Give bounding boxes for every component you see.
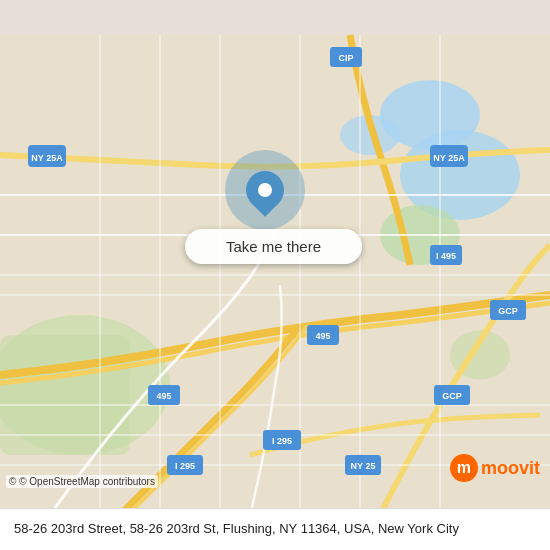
svg-text:GCP: GCP [442,391,462,401]
moovit-text: moovit [481,458,540,479]
moovit-logo: m moovit [450,454,540,482]
svg-text:NY 25: NY 25 [351,461,376,471]
take-me-there-button[interactable]: Take me there [185,229,362,264]
svg-rect-4 [0,335,130,455]
svg-text:GCP: GCP [498,306,518,316]
svg-text:CIP: CIP [338,53,353,63]
map-pin-halo [225,150,305,230]
attribution-text: © OpenStreetMap contributors [19,476,155,487]
attribution-icon: © [9,476,16,487]
map-pin-dot [258,183,272,197]
info-bar: 58-26 203rd Street, 58-26 203rd St, Flus… [0,508,550,550]
map-container: NY 25A NY 25A I 495 CIP 495 I 295 I 295 … [0,0,550,550]
map-attribution: © © OpenStreetMap contributors [6,475,158,488]
svg-text:I 495: I 495 [436,251,456,261]
svg-text:NY 25A: NY 25A [31,153,63,163]
svg-text:I 295: I 295 [175,461,195,471]
svg-text:I 295: I 295 [272,436,292,446]
svg-text:NY 25A: NY 25A [433,153,465,163]
address-text: 58-26 203rd Street, 58-26 203rd St, Flus… [14,521,459,536]
svg-text:495: 495 [156,391,171,401]
map-pin [225,150,305,230]
moovit-icon: m [450,454,478,482]
svg-text:495: 495 [315,331,330,341]
map-pin-body [238,163,292,217]
